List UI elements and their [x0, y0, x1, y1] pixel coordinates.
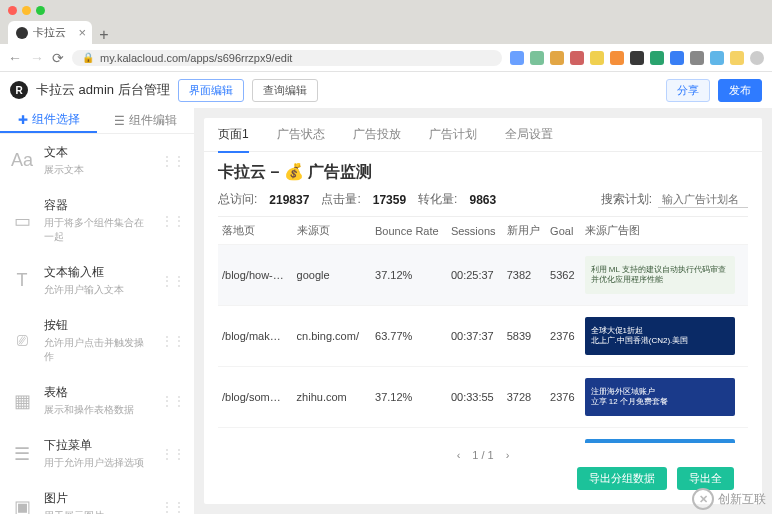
- extension-icon[interactable]: [610, 51, 624, 65]
- column-header: 来源页: [293, 217, 371, 245]
- next-page-icon[interactable]: ›: [506, 449, 510, 461]
- drag-handle-icon[interactable]: ⋮⋮: [160, 333, 184, 349]
- url-text: my.kalacloud.com/apps/s696rrzpx9/edit: [100, 52, 292, 64]
- table-row[interactable]: /blog/how-…google37.12%00:25:3773825362利…: [218, 245, 748, 306]
- visit-value: 219837: [269, 193, 309, 207]
- data-table: 落地页来源页Bounce RateSessions新用户Goal来源广告图 /b…: [218, 216, 748, 443]
- click-label: 点击量:: [321, 191, 360, 208]
- drag-handle-icon[interactable]: ⋮⋮: [160, 273, 184, 289]
- address-bar: ← → ⟳ 🔒 my.kalacloud.com/apps/s696rrzpx9…: [0, 44, 772, 72]
- component-desc: 允许用户点击并触发操作: [44, 336, 150, 364]
- query-edit-button[interactable]: 查询编辑: [252, 79, 318, 102]
- column-header: Goal: [546, 217, 580, 245]
- component-item[interactable]: ☰下拉菜单用于允许用户选择选项⋮⋮: [0, 427, 194, 480]
- prev-page-icon[interactable]: ‹: [457, 449, 461, 461]
- component-item[interactable]: ▭容器用于将多个组件集合在一起⋮⋮: [0, 187, 194, 254]
- app-logo-icon: R: [10, 81, 28, 99]
- panel-tab[interactable]: 全局设置: [505, 126, 553, 143]
- component-name: 按钮: [44, 317, 150, 334]
- panel-tab[interactable]: 页面1: [218, 126, 249, 143]
- extension-icon[interactable]: [650, 51, 664, 65]
- close-window-icon[interactable]: [8, 6, 17, 15]
- extension-icon[interactable]: [530, 51, 544, 65]
- back-icon[interactable]: ←: [8, 50, 22, 66]
- component-item[interactable]: T文本输入框允许用户输入文本⋮⋮: [0, 254, 194, 307]
- component-item[interactable]: ⎚按钮允许用户点击并触发操作⋮⋮: [0, 307, 194, 374]
- panel-tabs: 页面1广告状态广告投放广告计划全局设置: [204, 118, 762, 152]
- component-icon: Aa: [10, 149, 34, 173]
- maximize-window-icon[interactable]: [36, 6, 45, 15]
- cell-sessions: 00:37:37: [447, 306, 503, 367]
- extension-icon[interactable]: [590, 51, 604, 65]
- panel-tab[interactable]: 广告计划: [429, 126, 477, 143]
- ad-banner: 注册海外区域账户立享 12 个月免费套餐: [585, 378, 735, 416]
- panel-tab[interactable]: 广告投放: [353, 126, 401, 143]
- cell-newuser: 9837: [503, 428, 546, 444]
- ad-banner: 全球大促1折起北上广.中国香港(CN2).美国: [585, 317, 735, 355]
- cell-source: csdn.com: [293, 428, 371, 444]
- new-tab-button[interactable]: +: [92, 26, 116, 44]
- share-button[interactable]: 分享: [666, 79, 710, 102]
- component-name: 下拉菜单: [44, 437, 150, 454]
- table-row[interactable]: /blog/mak…cn.bing.com/63.77%00:37:375839…: [218, 306, 748, 367]
- search-plan-input[interactable]: [658, 191, 748, 208]
- extension-icon[interactable]: [690, 51, 704, 65]
- page-indicator: 1 / 1: [472, 449, 493, 461]
- extension-icon[interactable]: [570, 51, 584, 65]
- column-header: Sessions: [447, 217, 503, 245]
- metrics-row: 总访问: 219837 点击量: 17359 转化量: 9863 搜索计划:: [218, 191, 748, 208]
- table-row[interactable]: /blog/som…zhihu.com37.12%00:33:553728237…: [218, 367, 748, 428]
- component-desc: 用于将多个组件集合在一起: [44, 216, 150, 244]
- cell-sessions: 00:33:55: [447, 367, 503, 428]
- extension-icon[interactable]: [510, 51, 524, 65]
- browser-tab[interactable]: 卡拉云 ×: [8, 21, 92, 44]
- drag-handle-icon[interactable]: ⋮⋮: [160, 499, 184, 514]
- export-group-button[interactable]: 导出分组数据: [577, 467, 667, 490]
- panel-title: 卡拉云 – 💰 广告监测: [218, 162, 748, 183]
- drag-handle-icon[interactable]: ⋮⋮: [160, 153, 184, 169]
- extension-icon[interactable]: [730, 51, 744, 65]
- tab-component-edit[interactable]: ☰组件编辑: [97, 108, 194, 133]
- cell-bounce: 63.77%: [371, 306, 447, 367]
- cell-landing: /blog/mak…: [218, 306, 293, 367]
- component-icon: T: [10, 269, 34, 293]
- ad-banner: 利用 ML 支持的建议自动执行代码审查并优化应用程序性能: [585, 256, 735, 294]
- cell-ad: 人人可用的业务数据收集管理平台: [581, 428, 748, 444]
- profile-avatar-icon[interactable]: [750, 51, 764, 65]
- drag-handle-icon[interactable]: ⋮⋮: [160, 393, 184, 409]
- component-icon: ▣: [10, 495, 34, 514]
- extension-icon[interactable]: [670, 51, 684, 65]
- cell-ad: 注册海外区域账户立享 12 个月免费套餐: [581, 367, 748, 428]
- url-field[interactable]: 🔒 my.kalacloud.com/apps/s696rrzpx9/edit: [72, 50, 502, 66]
- extension-icon[interactable]: [630, 51, 644, 65]
- export-all-button[interactable]: 导出全: [677, 467, 734, 490]
- conv-label: 转化量:: [418, 191, 457, 208]
- cell-source: zhihu.com: [293, 367, 371, 428]
- extension-icon[interactable]: [550, 51, 564, 65]
- table-row[interactable]: /blog/peop…csdn.com76.47%00:57:329837763…: [218, 428, 748, 444]
- close-tab-icon[interactable]: ×: [78, 25, 86, 40]
- component-item[interactable]: ▣图片用于展示图片⋮⋮: [0, 480, 194, 514]
- component-desc: 展示文本: [44, 163, 150, 177]
- component-item[interactable]: Aa文本展示文本⋮⋮: [0, 134, 194, 187]
- cell-bounce: 76.47%: [371, 428, 447, 444]
- component-icon: ☰: [10, 442, 34, 466]
- tab-component-select[interactable]: ✚组件选择: [0, 108, 97, 133]
- drag-handle-icon[interactable]: ⋮⋮: [160, 213, 184, 229]
- component-icon: ⎚: [10, 329, 34, 353]
- component-item[interactable]: ▦表格展示和操作表格数据⋮⋮: [0, 374, 194, 427]
- publish-button[interactable]: 发布: [718, 79, 762, 102]
- panel-tab[interactable]: 广告状态: [277, 126, 325, 143]
- watermark-text: 创新互联: [718, 491, 766, 508]
- component-desc: 用于允许用户选择选项: [44, 456, 150, 470]
- cell-landing: /blog/som…: [218, 367, 293, 428]
- drag-handle-icon[interactable]: ⋮⋮: [160, 446, 184, 462]
- app-header: R 卡拉云 admin 后台管理 界面编辑 查询编辑 分享 发布: [0, 72, 772, 108]
- extension-icon[interactable]: [710, 51, 724, 65]
- window-controls: [0, 0, 772, 20]
- page-edit-button[interactable]: 界面编辑: [178, 79, 244, 102]
- cell-newuser: 3728: [503, 367, 546, 428]
- component-icon: ▭: [10, 209, 34, 233]
- reload-icon[interactable]: ⟳: [52, 50, 64, 66]
- minimize-window-icon[interactable]: [22, 6, 31, 15]
